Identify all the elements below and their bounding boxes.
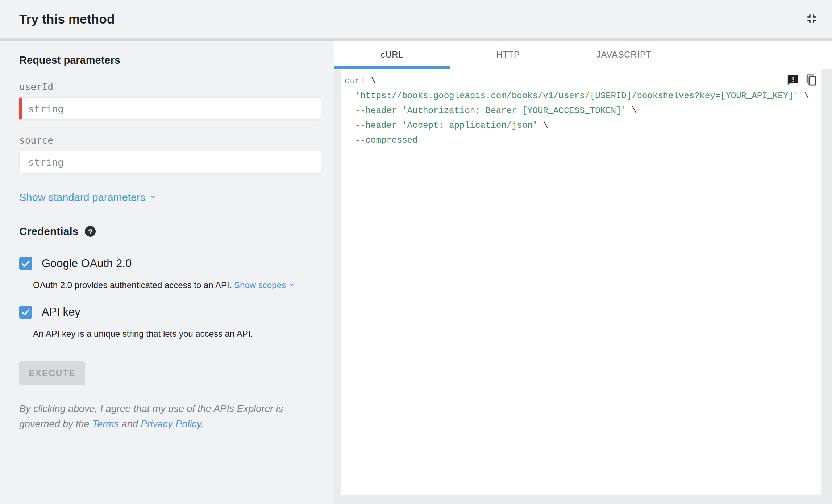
disclaimer-after: . [201, 419, 204, 429]
disclaimer-middle: and [119, 419, 141, 429]
source-field-label: source [19, 135, 321, 146]
tab-label: cURL [380, 50, 403, 60]
copy-icon [806, 74, 818, 87]
curl-code-block[interactable]: curl \ 'https://books.googleapis.com/boo… [341, 69, 821, 152]
source-input[interactable] [19, 151, 321, 173]
collapse-panel-button[interactable] [804, 11, 820, 27]
checkmark-icon [20, 307, 31, 318]
feedback-button[interactable] [786, 74, 800, 87]
userid-input[interactable] [19, 97, 321, 120]
code-line: curl \ [345, 74, 764, 88]
show-standard-parameters-link[interactable]: Show standard parameters [19, 192, 158, 203]
tab-label: HTTP [496, 50, 520, 60]
tab-curl[interactable]: cURL [334, 41, 450, 69]
request-parameters-title: Request parameters [19, 54, 321, 66]
api-key-checkbox-label: API key [42, 306, 80, 319]
show-standard-parameters-label: Show standard parameters [19, 192, 145, 203]
code-line: --header 'Authorization: Bearer [YOUR_AC… [345, 103, 764, 118]
oauth-description: OAuth 2.0 provides authenticated access … [19, 280, 321, 290]
code-sample-card: curl \ 'https://books.googleapis.com/boo… [341, 69, 822, 495]
request-parameters-panel: Request parameters userId source Show st… [0, 41, 334, 504]
terms-link[interactable]: Terms [92, 419, 119, 429]
checkmark-icon [20, 258, 31, 269]
execute-button[interactable]: EXECUTE [19, 361, 85, 385]
copy-code-button[interactable] [805, 74, 819, 87]
disclaimer-text: By clicking above, I agree that my use o… [19, 401, 309, 432]
active-tab-indicator [334, 66, 450, 69]
oauth-checkbox-label: Google OAuth 2.0 [42, 257, 132, 270]
oauth-credential-row: Google OAuth 2.0 [19, 257, 321, 270]
credentials-help-icon[interactable]: ? [85, 226, 96, 237]
fullscreen-exit-icon [804, 12, 819, 27]
tab-label: JAVASCRIPT [596, 50, 652, 60]
api-key-description: An API key is a unique string that lets … [19, 329, 321, 339]
api-key-checkbox[interactable] [19, 306, 32, 319]
dialog-title: Try this method [19, 12, 115, 26]
chevron-down-icon [288, 280, 295, 290]
code-line: 'https://books.googleapis.com/books/v1/u… [345, 88, 764, 103]
tab-http[interactable]: HTTP [450, 41, 566, 69]
code-line: --header 'Accept: application/json' \ [345, 118, 764, 133]
tab-javascript[interactable]: JAVASCRIPT [566, 41, 682, 69]
show-scopes-link[interactable]: Show scopes [234, 280, 295, 290]
chevron-down-icon [149, 192, 158, 203]
feedback-icon [787, 74, 799, 87]
credentials-title: Credentials [19, 225, 78, 238]
code-sample-panel: cURLHTTPJAVASCRIPT cur [334, 41, 832, 504]
show-scopes-label: Show scopes [234, 280, 286, 290]
code-language-tabs: cURLHTTPJAVASCRIPT [334, 41, 832, 69]
code-line: --compressed [345, 133, 764, 148]
oauth-description-text: OAuth 2.0 provides authenticated access … [33, 280, 232, 290]
api-key-credential-row: API key [19, 306, 321, 319]
privacy-policy-link[interactable]: Privacy Policy [141, 419, 201, 429]
dialog-header: Try this method [0, 0, 832, 38]
oauth-checkbox[interactable] [19, 257, 32, 270]
userid-field-label: userId [19, 81, 321, 92]
